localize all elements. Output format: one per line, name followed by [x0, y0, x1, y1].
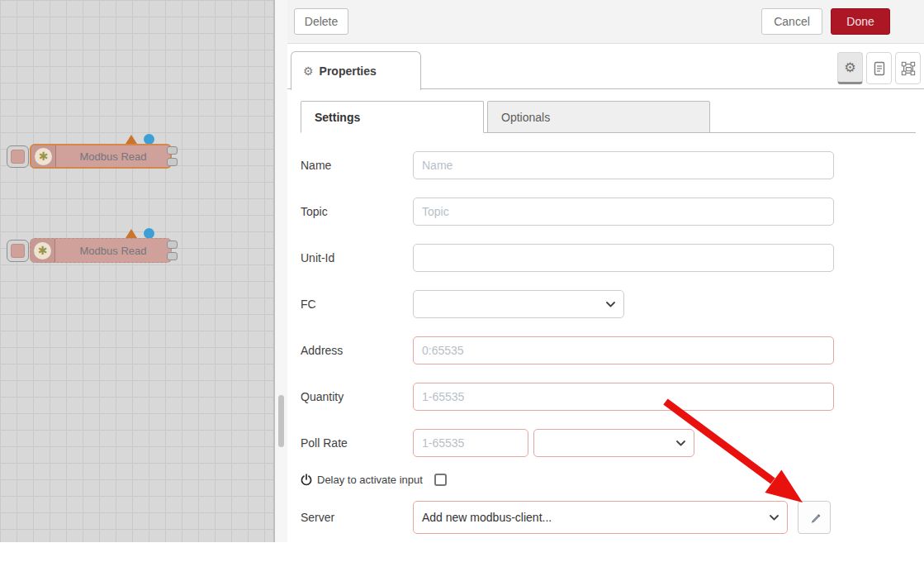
poll-rate-row: Poll Rate	[294, 429, 917, 457]
gear-icon: ⚙	[303, 64, 314, 78]
output-port-1[interactable]	[167, 241, 178, 249]
node-appearance-icon	[901, 61, 916, 76]
poll-rate-label: Poll Rate	[294, 436, 413, 450]
delay-label: Delay to activate input	[317, 474, 423, 486]
chevron-down-icon	[606, 302, 615, 307]
node-modbus-read-1[interactable]: ✱ Modbus Read	[5, 134, 185, 172]
canvas-vertical-scrollbar[interactable]	[275, 0, 287, 542]
chevron-down-icon	[676, 441, 685, 446]
unit-id-input[interactable]	[413, 244, 834, 272]
tab-settings[interactable]: Settings	[301, 101, 484, 133]
quantity-row: Quantity	[294, 383, 917, 411]
server-select[interactable]: Add new modbus-client...	[413, 501, 788, 534]
settings-optionals-tabs: Settings Optionals	[301, 101, 916, 133]
node-modbus-read-2[interactable]: ✱ Modbus Read	[5, 228, 185, 266]
node-warning-icon	[126, 135, 137, 144]
cancel-button[interactable]: Cancel	[761, 8, 822, 35]
chevron-down-icon	[770, 515, 779, 521]
unit-id-row: Unit-Id	[294, 244, 917, 272]
server-edit-button[interactable]	[798, 501, 831, 534]
name-input[interactable]	[413, 151, 834, 179]
pencil-icon	[808, 511, 822, 525]
topic-row: Topic	[294, 198, 917, 226]
gear-icon: ⚙	[844, 60, 855, 75]
description-button[interactable]	[866, 52, 892, 84]
tab-properties[interactable]: ⚙ Properties	[291, 51, 421, 90]
modbus-asterisk-icon: ✱	[34, 242, 51, 260]
node-label: Modbus Read	[55, 245, 171, 257]
node-input-button-fill	[11, 150, 25, 164]
properties-gear-button[interactable]: ⚙	[837, 52, 863, 84]
output-port-2[interactable]	[167, 252, 178, 260]
quantity-label: Quantity	[294, 390, 413, 403]
node-body[interactable]: ✱ Modbus Read	[30, 144, 172, 169]
properties-tab-label: Properties	[320, 64, 377, 78]
node-body[interactable]: ✱ Modbus Read	[30, 238, 172, 263]
topic-input[interactable]	[413, 198, 834, 226]
name-row: Name	[294, 151, 917, 179]
flow-canvas[interactable]: ✱ Modbus Read ✱ Modbus Read	[0, 0, 275, 542]
scrollbar-thumb[interactable]	[278, 395, 284, 447]
properties-form: Settings Optionals Name Topic Unit-Id FC	[287, 89, 924, 562]
delay-checkbox[interactable]	[434, 474, 447, 486]
poll-rate-unit-select[interactable]	[533, 429, 694, 457]
address-label: Address	[294, 344, 413, 357]
server-select-value: Add new modbus-client...	[422, 511, 552, 524]
output-port-2[interactable]	[167, 158, 178, 166]
topic-label: Topic	[294, 205, 413, 218]
address-input[interactable]	[413, 336, 834, 364]
tray-toolbar: ⚙	[837, 52, 921, 84]
quantity-input[interactable]	[413, 383, 834, 411]
output-port-1[interactable]	[167, 146, 178, 155]
address-row: Address	[294, 336, 917, 364]
poll-rate-input[interactable]	[413, 429, 528, 457]
fc-label: FC	[294, 298, 413, 311]
server-row: Server Add new modbus-client...	[294, 501, 917, 534]
unit-id-label: Unit-Id	[294, 251, 413, 264]
node-label: Modbus Read	[56, 150, 170, 163]
edit-tray: Delete Cancel Done ⚙ Properties ⚙	[287, 0, 924, 562]
node-warning-icon	[126, 229, 137, 238]
modbus-asterisk-icon: ✱	[35, 148, 52, 165]
node-input-button[interactable]	[7, 240, 29, 262]
delete-button[interactable]: Delete	[294, 8, 348, 35]
document-icon	[873, 61, 886, 76]
fc-row: FC	[294, 290, 917, 318]
tab-optionals[interactable]: Optionals	[487, 101, 710, 133]
properties-tab-bar: ⚙ Properties ⚙	[287, 44, 924, 89]
tray-header: Delete Cancel Done	[287, 0, 924, 44]
node-input-button-fill	[11, 244, 25, 258]
server-label: Server	[294, 511, 413, 524]
delay-row: Delay to activate input	[294, 474, 917, 486]
name-label: Name	[294, 159, 413, 172]
node-input-button[interactable]	[7, 145, 29, 168]
done-button[interactable]: Done	[831, 8, 890, 35]
power-icon	[301, 474, 312, 486]
fc-select[interactable]	[413, 290, 624, 318]
node-icon-area: ✱	[31, 145, 56, 167]
appearance-button[interactable]	[895, 52, 921, 84]
node-icon-area: ✱	[31, 239, 55, 262]
